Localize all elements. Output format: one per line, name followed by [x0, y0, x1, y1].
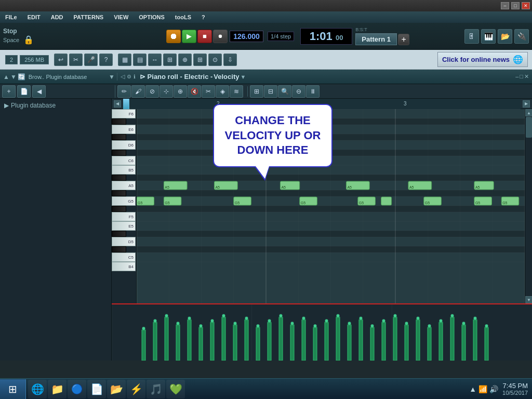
piano-key-B4[interactable]: B4 [112, 262, 136, 271]
erase-tool[interactable]: ⊘ [145, 85, 159, 98]
taskbar-torrent-icon[interactable]: ⚡ [127, 380, 145, 398]
quarter-display[interactable]: 1/4 step [268, 32, 294, 41]
menu-edit[interactable]: EDIT [25, 13, 43, 21]
maximize-button[interactable]: □ [511, 2, 520, 9]
piano-key-black[interactable] [112, 246, 126, 252]
channel-btn[interactable]: ⊞ [163, 54, 177, 66]
piano-key-F5[interactable]: F5 [112, 212, 136, 221]
velocity-panel[interactable] [112, 303, 532, 361]
select-tool[interactable]: ⊹ [159, 85, 173, 98]
piano-key-G5[interactable]: G5 [112, 196, 136, 206]
zoom-in-button[interactable]: 🔍 [278, 85, 291, 98]
piano-key-black[interactable] [112, 206, 126, 212]
piano-key-B5[interactable]: B5 [112, 165, 136, 175]
sample-btn[interactable]: ⊕ [178, 54, 192, 66]
piano-key-black[interactable] [112, 150, 126, 156]
close-button[interactable]: ✕ [522, 2, 530, 9]
piano-key-F6[interactable]: F6 [112, 109, 136, 118]
pr-minimize-button[interactable]: – [515, 73, 518, 80]
piano-roll-header: ▲ ▼ 🔄 Brow.. Plugin database ▼ ◁ ⚙ ℹ ⊳ P… [0, 70, 532, 84]
slice-tool[interactable]: ✂ [202, 85, 215, 98]
help-button[interactable]: ? [99, 54, 113, 66]
pr-close-button[interactable]: ✕ [524, 73, 529, 80]
start-button[interactable]: ⊞ [0, 379, 26, 399]
taskbar-explorer-icon[interactable]: 📁 [48, 380, 66, 398]
plugin-btn2[interactable]: ⊞ [193, 54, 207, 66]
mixer-btn2[interactable]: ↔ [148, 54, 162, 66]
taskbar-fl-icon[interactable]: 🎵 [147, 380, 165, 398]
record-btn2[interactable]: ⊙ [208, 54, 222, 66]
piano-key-black[interactable] [112, 190, 126, 196]
online-news-button[interactable]: Click for online news 🌐 [437, 52, 528, 67]
taskbar-pdf-icon[interactable]: 📄 [87, 380, 106, 398]
taskbar-ie-icon[interactable]: 🌐 [28, 380, 47, 398]
strum-tool[interactable]: ≋ [230, 85, 243, 98]
skip-button[interactable]: ⏺ [213, 30, 228, 43]
step-seq-button[interactable]: ▤ [133, 54, 147, 66]
mic-button[interactable]: 🎤 [84, 54, 98, 66]
space-label: Space [3, 37, 19, 43]
stop-button[interactable]: ■ [197, 30, 212, 43]
zoom-out-button[interactable]: ⊖ [292, 85, 305, 98]
pr-maximize-button[interactable]: □ [520, 73, 523, 80]
stop-play-area: Stop Space 🔒 [3, 28, 164, 45]
bpm-display[interactable]: 126.000 [230, 31, 263, 42]
piano-key-black[interactable] [112, 231, 126, 237]
snap-button[interactable]: ⊞ [250, 85, 263, 98]
piano-key-black[interactable] [112, 134, 126, 140]
playback-button[interactable]: ⏸ [306, 85, 320, 98]
scroll-down-button[interactable]: ▼ [525, 296, 532, 303]
draw-tool[interactable]: ✏ [117, 85, 131, 98]
menu-tools[interactable]: tooLS [173, 13, 193, 21]
scroll-right-button[interactable]: ▶ [523, 100, 530, 108]
taskbar-chrome-icon[interactable]: 🔵 [68, 380, 86, 398]
playlist-button[interactable]: ▦ [118, 54, 131, 66]
piano-key-C5[interactable]: C5 [112, 252, 136, 262]
menu-help[interactable]: ? [200, 13, 207, 21]
piano-roll-button[interactable]: 🎹 [481, 29, 496, 44]
piano-key-E6[interactable]: E6 [112, 125, 136, 134]
clone-tool[interactable]: ◈ [216, 85, 229, 98]
favorite-button[interactable]: 📄 [17, 85, 31, 98]
pattern-display[interactable]: Pattern 1 [355, 33, 397, 45]
mute-tool[interactable]: 🔇 [188, 85, 201, 98]
browser-button[interactable]: 📂 [498, 29, 512, 44]
zoom-tool[interactable]: ⊕ [174, 85, 187, 98]
position-marker[interactable] [123, 99, 129, 109]
piano-key-D5[interactable]: D5 [112, 237, 136, 246]
scroll-left-button[interactable]: ◀ [114, 100, 121, 108]
track-counter: 2 [5, 55, 18, 64]
export-btn[interactable]: ⇩ [223, 54, 237, 66]
menu-view[interactable]: VIEW [112, 13, 130, 21]
grid-button[interactable]: ⊟ [264, 85, 277, 98]
paint-tool[interactable]: 🖌 [131, 85, 145, 98]
cut-button[interactable]: ✂ [69, 54, 83, 66]
piano-key-black[interactable] [112, 175, 126, 181]
taskbar-clock[interactable]: 7:45 PM 10/5/2017 [502, 382, 528, 396]
menu-options[interactable]: OPTIONS [137, 13, 167, 21]
mixer-button[interactable]: 🎚 [464, 29, 479, 44]
record-button[interactable]: ⏺ [166, 30, 181, 43]
add-folder-button[interactable]: + [2, 85, 16, 98]
minimize-button[interactable]: – [501, 2, 509, 9]
piano-key-C6[interactable]: C6 [112, 156, 136, 165]
piano-key-black[interactable] [112, 118, 126, 125]
vertical-scrollbar[interactable]: ▲ ▼ [525, 109, 532, 303]
scroll-track[interactable] [525, 116, 532, 296]
plugin-button[interactable]: 🔌 [514, 29, 529, 44]
scroll-up-button[interactable]: ▲ [525, 109, 532, 116]
piano-key-E5[interactable]: E5 [112, 221, 136, 231]
menu-patterns[interactable]: PATTERNS [72, 13, 106, 21]
menu-add[interactable]: ADD [49, 13, 65, 21]
taskbar-green-icon[interactable]: 💚 [166, 380, 185, 398]
menu-file[interactable]: FILe [3, 13, 19, 21]
undo-button[interactable]: ↩ [54, 54, 68, 66]
plugin-database-item[interactable]: ▶ Plugin database [2, 101, 109, 110]
scroll-thumb[interactable] [526, 117, 532, 138]
taskbar-folder-icon[interactable]: 📂 [107, 380, 126, 398]
back-sidebar-button[interactable]: ◀ [32, 85, 46, 98]
piano-key-D6[interactable]: D6 [112, 140, 136, 150]
pattern-add-button[interactable]: + [398, 34, 409, 45]
play-button[interactable]: ▶ [182, 30, 196, 43]
piano-key-A5[interactable]: A5 [112, 181, 136, 190]
